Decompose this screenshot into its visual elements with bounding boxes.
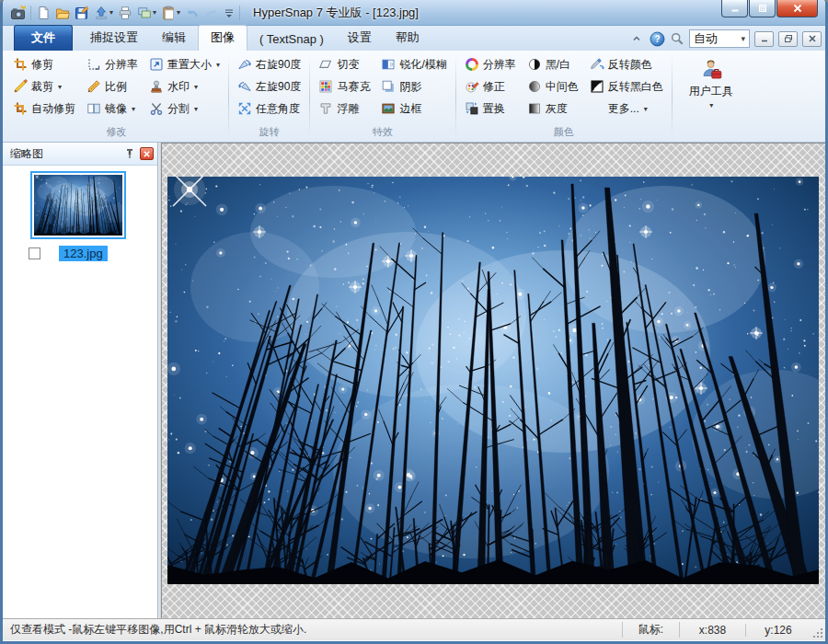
ribbon-button-反转黑白色[interactable]: 反转黑白色	[585, 75, 668, 98]
copy-images-button[interactable]: ▾	[136, 5, 157, 21]
quick-access-toolbar: ▾▾▾	[35, 5, 236, 21]
help-button[interactable]: ?	[649, 30, 665, 47]
ribbon-button-label: 镜像	[105, 101, 127, 117]
tab-( TextSnap )[interactable]: ( TextSnap )	[247, 29, 336, 51]
ribbon-group-特效: 切变马赛克浮雕锐化/模糊阴影边框特效	[312, 52, 453, 142]
panel-close-icon	[143, 150, 151, 158]
tab-编辑[interactable]: 编辑	[150, 26, 198, 51]
ribbon-button-修正[interactable]: 修正	[460, 75, 521, 98]
ribbon-button-用户工具[interactable]: 用户工具▾	[684, 55, 739, 112]
ribbon-button-更多...[interactable]: 更多...▾	[585, 98, 668, 120]
open-folder-button[interactable]	[54, 5, 71, 21]
ribbon-button-比例[interactable]: 比例	[82, 75, 143, 98]
thumbnail-file-label[interactable]: 123.jpg	[59, 246, 108, 261]
ribbon-button-label: 分辨率	[483, 57, 516, 73]
ribbon-button-任意角度[interactable]: 任意角度	[233, 98, 305, 120]
tab-文件[interactable]: 文件	[14, 25, 73, 51]
ribbon-button-灰度[interactable]: 灰度	[523, 98, 583, 120]
ribbon-button-裁剪[interactable]: 裁剪▾	[8, 75, 80, 98]
ribbon-button-修剪[interactable]: 修剪	[8, 53, 80, 75]
undo-button[interactable]	[184, 5, 201, 21]
ribbon-button-左旋90度[interactable]: 左旋90度	[233, 75, 305, 98]
ribbon-button-边框[interactable]: 边框	[376, 98, 451, 120]
new-document-button[interactable]	[35, 5, 52, 21]
chevron-down-icon: ▾	[740, 34, 745, 43]
ribbon-group-separator	[455, 56, 456, 138]
redo-button[interactable]	[203, 5, 220, 21]
restore-button[interactable]	[749, 0, 776, 17]
ribbon-button-中间色[interactable]: 中间色	[523, 75, 583, 98]
minimize-button[interactable]	[721, 0, 748, 17]
ribbon-button-切变[interactable]: 切变	[314, 53, 374, 75]
titlebar: ▾▾▾ HyperSnap 7 专业版 - [123.jpg]	[3, 0, 825, 26]
svg-text:?: ?	[654, 34, 660, 44]
ribbon-group-旋转: 右旋90度左旋90度任意角度旋转	[231, 52, 307, 142]
ribbon-button-label: 用户工具	[689, 84, 733, 99]
mdi-close-button[interactable]	[802, 31, 822, 47]
ribbon-group-颜色: 分辨率修正置换黑/白中间色灰度反转颜色反转黑白色更多...▾颜色	[458, 52, 670, 142]
dropdown-caret-icon: ▾	[193, 105, 198, 113]
capture-upload-button[interactable]: ▾	[93, 5, 114, 21]
opened-image-123jpg[interactable]	[167, 177, 819, 584]
ribbon-button-分辨率[interactable]: 分辨率	[460, 53, 521, 75]
ribbon-button-右旋90度[interactable]: 右旋90度	[233, 53, 305, 75]
ribbon-button-分割[interactable]: 分割▾	[144, 98, 224, 120]
ribbon-button-自动修剪[interactable]: 自动修剪	[8, 98, 80, 120]
image-canvas[interactable]	[161, 143, 825, 618]
ribbon-button-label: 分割	[167, 101, 190, 117]
tab-图像[interactable]: 图像	[198, 25, 247, 51]
ribbon-button-马赛克[interactable]: 马赛克	[314, 75, 374, 98]
ribbon-button-水印[interactable]: 水印▾	[144, 75, 224, 98]
save-button[interactable]	[74, 5, 90, 21]
zoom-tool-button[interactable]	[669, 30, 685, 47]
color-wheel-icon	[465, 57, 479, 72]
dropdown-caret-icon: ▾	[57, 83, 62, 91]
zoom-level-dropdown[interactable]: 自动 ▾	[689, 29, 750, 48]
paste-button[interactable]: ▾	[160, 5, 181, 21]
ribbon-button-分辨率[interactable]: 分辨率	[82, 53, 143, 75]
hypersnap-app-icon[interactable]	[10, 5, 27, 21]
ribbon-button-label: 自动修剪	[31, 101, 75, 117]
split-scissors-icon	[149, 101, 164, 116]
ribbon-image-tab-content: 修剪裁剪▾自动修剪分辨率比例镜像▾重置大小▾水印▾分割▾修改右旋90度左旋90度…	[3, 51, 825, 143]
magnifier-icon	[670, 31, 684, 46]
ribbon-button-label: 右旋90度	[256, 57, 301, 73]
thumbnail-panel-header: 缩略图	[3, 143, 157, 166]
mdi-minimize-icon	[760, 34, 769, 43]
thumbnail-item-123jpg[interactable]	[30, 171, 126, 239]
dropdown-caret-icon: ▾	[193, 83, 198, 91]
ribbon-button-反转颜色[interactable]: 反转颜色	[585, 53, 668, 75]
ribbon-button-黑/白[interactable]: 黑/白	[523, 53, 583, 75]
ribbon-group-separator	[309, 56, 310, 138]
ribbon-button-label: 裁剪	[31, 79, 53, 95]
print-icon	[118, 6, 132, 20]
statusbar-mouse-x: x:838	[680, 624, 746, 637]
collapse-ribbon-button[interactable]	[628, 30, 645, 47]
ribbon-button-重置大小[interactable]: 重置大小▾	[144, 53, 224, 75]
rotate-right-icon	[237, 57, 252, 72]
close-button[interactable]	[776, 0, 818, 17]
ribbon-button-镜像[interactable]: 镜像▾	[82, 98, 143, 120]
ribbon-button-label: 反转黑白色	[608, 79, 663, 95]
mdi-restore-icon	[784, 34, 793, 43]
tab-设置[interactable]: 设置	[336, 26, 384, 51]
statusbar-mode-text: 仅查看模式 -鼠标左键平移图像,用Ctrl + 鼠标滑轮放大或缩小.	[3, 622, 623, 638]
tab-帮助[interactable]: 帮助	[384, 26, 431, 51]
print-button[interactable]	[117, 5, 133, 21]
ribbon-button-置换[interactable]: 置换	[460, 98, 521, 120]
pin-icon[interactable]	[123, 147, 136, 160]
ribbon-button-阴影[interactable]: 阴影	[376, 75, 451, 98]
ribbon-button-label: 修剪	[31, 57, 53, 73]
tab-捕捉设置[interactable]: 捕捉设置	[78, 26, 150, 51]
thumbnail-panel-close-button[interactable]	[140, 147, 154, 160]
ribbon-button-锐化/模糊[interactable]: 锐化/模糊	[376, 53, 451, 75]
mdi-restore-button[interactable]	[778, 31, 798, 47]
resize-grip[interactable]	[811, 619, 825, 640]
dropdown-caret-icon: ▾	[643, 105, 648, 113]
chevron-up-icon	[631, 33, 642, 44]
toolbar-options-button[interactable]	[223, 5, 236, 21]
mdi-close-icon	[808, 34, 817, 43]
mdi-minimize-button[interactable]	[754, 31, 774, 47]
thumbnail-checkbox[interactable]	[29, 247, 40, 259]
ribbon-button-浮雕[interactable]: 浮雕	[314, 98, 374, 120]
